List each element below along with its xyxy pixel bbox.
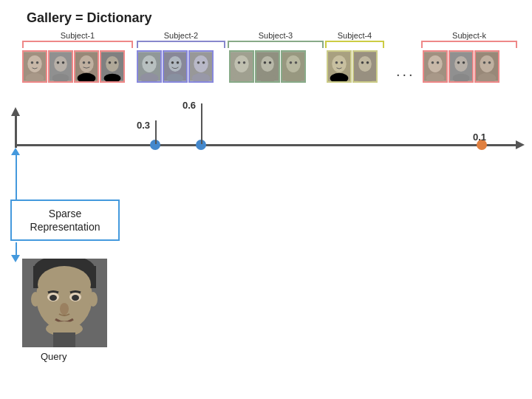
- svg-point-6: [54, 56, 67, 72]
- svg-point-71: [480, 55, 494, 72]
- svg-point-3: [31, 61, 34, 64]
- svg-point-85: [60, 303, 69, 315]
- svg-point-58: [361, 61, 364, 64]
- bracket-3: [228, 41, 324, 48]
- face-4-2: [352, 50, 378, 83]
- svg-point-16: [106, 56, 119, 72]
- svg-point-87: [89, 292, 98, 307]
- svg-point-8: [57, 61, 60, 64]
- svg-point-34: [202, 61, 205, 64]
- bracket-4: [325, 41, 384, 48]
- subject-label-1: Subject-1: [22, 31, 133, 40]
- svg-point-23: [146, 61, 149, 64]
- svg-point-83: [50, 295, 57, 301]
- sparse-label: SparseRepresentation: [30, 207, 100, 233]
- bracket-2: [137, 41, 225, 48]
- face-2-3: [188, 50, 214, 83]
- page-title: Gallery = Dictionary: [27, 10, 152, 26]
- y-axis: [15, 115, 17, 148]
- svg-point-11: [79, 55, 93, 72]
- face-group-3: [229, 50, 306, 83]
- bracket-k: [421, 41, 517, 48]
- query-image: [22, 259, 107, 347]
- arrow-shaft-up: [16, 153, 17, 200]
- svg-point-63: [432, 61, 434, 64]
- svg-point-33: [197, 61, 200, 64]
- svg-point-46: [286, 55, 300, 72]
- svg-point-28: [171, 61, 174, 64]
- face-3-3: [281, 50, 306, 83]
- svg-point-86: [31, 292, 40, 307]
- ellipsis: ...: [390, 63, 421, 80]
- svg-point-26: [168, 56, 182, 72]
- svg-point-51: [332, 55, 346, 72]
- svg-point-41: [261, 56, 274, 72]
- svg-point-43: [264, 61, 267, 64]
- vert-bar-1: [155, 120, 157, 144]
- svg-point-84: [72, 295, 79, 301]
- svg-point-1: [27, 55, 41, 72]
- subject-label-k: Subject-k: [421, 31, 517, 40]
- arrow-shaft-down: [16, 242, 17, 256]
- svg-point-44: [269, 61, 272, 64]
- face-group-1: [22, 50, 125, 83]
- face-k-1: [423, 50, 448, 83]
- value-06: 0.6: [183, 100, 196, 111]
- svg-point-36: [234, 55, 248, 72]
- face-3-2: [255, 50, 280, 83]
- number-line: [15, 144, 517, 146]
- svg-point-59: [366, 61, 369, 64]
- svg-point-9: [62, 61, 65, 64]
- svg-point-24: [151, 61, 154, 64]
- face-1-2: [48, 50, 73, 83]
- sparse-representation-box: SparseRepresentation: [10, 200, 120, 241]
- svg-point-19: [115, 61, 117, 64]
- svg-point-38: [238, 61, 241, 64]
- svg-rect-89: [53, 332, 75, 347]
- svg-point-64: [437, 61, 440, 64]
- arrow-head-down: [11, 255, 20, 262]
- subject-label-2: Subject-2: [137, 31, 225, 40]
- face-group-4: [327, 50, 378, 83]
- svg-point-80: [38, 266, 91, 303]
- face-group-2: [137, 50, 214, 83]
- svg-point-66: [454, 56, 468, 72]
- svg-point-39: [243, 61, 246, 64]
- svg-point-61: [428, 55, 442, 72]
- svg-point-56: [358, 56, 372, 72]
- svg-point-73: [483, 61, 486, 64]
- face-k-3: [474, 50, 499, 83]
- subject-label-4: Subject-4: [325, 31, 384, 40]
- face-group-k: [423, 50, 499, 83]
- face-k-2: [449, 50, 474, 83]
- face-1-1: [22, 50, 47, 83]
- svg-point-29: [177, 61, 180, 64]
- svg-point-14: [88, 61, 91, 64]
- svg-point-68: [457, 61, 460, 64]
- arrow-head-up: [11, 148, 20, 155]
- query-face-svg: [22, 259, 107, 347]
- value-03: 0.3: [137, 120, 150, 131]
- svg-point-74: [488, 61, 491, 64]
- svg-point-21: [142, 55, 156, 72]
- svg-point-48: [290, 61, 293, 64]
- vert-bar-2: [201, 103, 202, 144]
- svg-point-53: [335, 61, 338, 64]
- face-2-2: [163, 50, 188, 83]
- face-1-4: [100, 50, 125, 83]
- svg-point-4: [36, 61, 39, 64]
- subject-label-3: Subject-3: [228, 31, 324, 40]
- svg-point-49: [295, 61, 298, 64]
- svg-point-69: [463, 61, 466, 64]
- face-4-1: [327, 50, 352, 83]
- query-label: Query: [41, 351, 66, 362]
- svg-point-18: [109, 61, 112, 64]
- bracket-1: [22, 41, 133, 48]
- value-01: 0.1: [473, 132, 486, 143]
- svg-point-54: [341, 61, 344, 64]
- face-2-1: [137, 50, 162, 83]
- face-1-3: [74, 50, 99, 83]
- svg-point-13: [83, 61, 86, 64]
- face-3-1: [229, 50, 254, 83]
- svg-point-31: [194, 55, 208, 72]
